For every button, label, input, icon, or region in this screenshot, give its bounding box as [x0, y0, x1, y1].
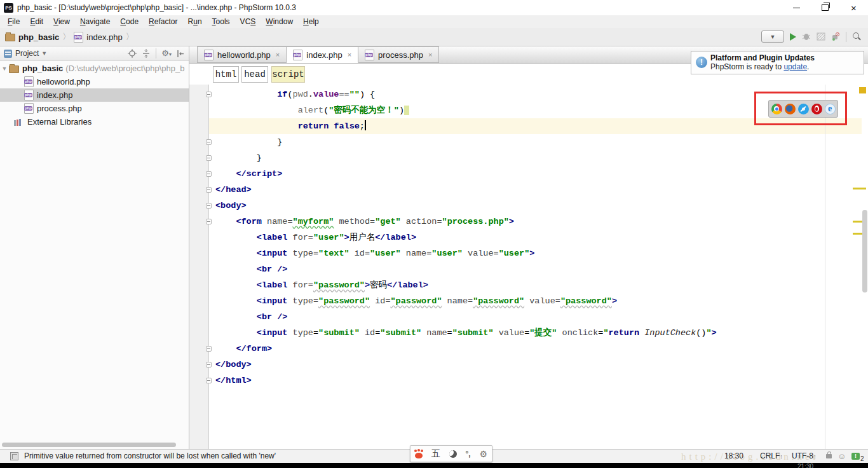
menu-refactor[interactable]: Refactor [144, 17, 182, 26]
php-file-icon: php [293, 50, 302, 60]
update-notification: ! Platform and Plugin Updates PhpStorm i… [691, 51, 864, 74]
run-configuration-selector[interactable]: ▼ [761, 31, 784, 43]
event-count: 2 [860, 455, 864, 462]
chevron-right-icon: 〉 [62, 31, 71, 43]
crumb-html[interactable]: html [213, 66, 239, 83]
minimize-button[interactable] [782, 0, 811, 15]
tree-item-label: helloworld.php [37, 77, 90, 86]
settings-gear-icon[interactable]: ⚙▾ [161, 49, 172, 58]
tab-index-php[interactable]: phpindex.php× [287, 46, 358, 63]
toolwindow-toggle-icon[interactable] [10, 452, 18, 460]
fold-marker-icon[interactable] [206, 203, 212, 209]
libraries-icon [14, 118, 21, 126]
code-line: </script> [189, 166, 282, 182]
menu-file[interactable]: File [3, 17, 25, 26]
firefox-browser-icon[interactable] [785, 104, 796, 114]
code-line: <label for="password">密码</label> [189, 277, 428, 293]
project-panel-header: Project ▼ ⚙▾ [0, 46, 189, 61]
breadcrumb-file[interactable]: index.php [86, 32, 122, 42]
caret-position-widget[interactable]: 18:30 [724, 451, 743, 460]
fold-marker-icon[interactable] [206, 378, 212, 383]
navigation-bar: php_basic 〉 php index.php 〉 ▼ [0, 28, 868, 46]
editor[interactable]: if(pwd.value=="") { alert("密码不能为空！") ret… [189, 85, 868, 449]
tab-close-icon[interactable]: × [348, 51, 351, 59]
error-stripe-mark[interactable] [859, 87, 866, 93]
lock-icon[interactable] [826, 454, 832, 458]
code-line: <input type="submit" id="submit" name="s… [189, 325, 717, 341]
ie-browser-icon[interactable]: e [825, 104, 836, 114]
chrome-browser-icon[interactable] [771, 104, 782, 114]
tab-label: helloworld.php [217, 50, 271, 60]
debug-icon[interactable] [802, 32, 811, 41]
tree-item-external-libraries[interactable]: External Libraries [0, 115, 189, 128]
crumb-script[interactable]: script [271, 66, 305, 83]
ime-settings-icon[interactable]: ⚙ [480, 449, 488, 459]
crumb-head[interactable]: head [241, 66, 268, 83]
tree-item-index-php[interactable]: phpindex.php [0, 88, 189, 102]
coverage-icon[interactable] [817, 32, 825, 41]
fold-marker-icon[interactable] [206, 219, 212, 224]
code-line: </body> [189, 357, 252, 373]
collapse-all-icon[interactable] [142, 49, 151, 58]
ime-toolbar: 五 °, ⚙ [410, 445, 492, 462]
menu-view[interactable]: View [48, 17, 75, 26]
breadcrumb-project[interactable]: php_basic [18, 32, 59, 42]
tab-process-php[interactable]: phpprocess.php× [358, 46, 439, 63]
locate-file-icon[interactable] [128, 49, 137, 58]
inspection-profile-icon[interactable]: ☺ [837, 451, 846, 461]
hide-panel-icon[interactable] [177, 50, 185, 58]
tab-close-icon[interactable]: × [276, 51, 280, 59]
code-line: </html> [189, 373, 252, 389]
expand-arrow-icon[interactable]: ▼ [0, 65, 9, 72]
right-margin-guide [825, 85, 825, 449]
editor-vertical-scrollbar[interactable] [862, 210, 867, 292]
sogou-logo-icon[interactable] [415, 453, 423, 458]
run-icon[interactable] [790, 33, 796, 41]
chevron-down-icon[interactable]: ▼ [41, 50, 47, 57]
error-stripe-mark[interactable] [853, 188, 866, 189]
tree-item-helloworld-php[interactable]: phphelloworld.php [0, 75, 189, 88]
ime-fullhalf-width-icon[interactable] [449, 450, 457, 458]
search-everywhere-icon[interactable] [852, 32, 862, 41]
menu-help[interactable]: Help [298, 17, 324, 26]
menu-navigate[interactable]: Navigate [75, 17, 115, 26]
opera-browser-icon[interactable] [811, 104, 822, 114]
fold-marker-icon[interactable] [206, 187, 212, 193]
menu-run[interactable]: Run [183, 17, 207, 26]
line-ending-widget[interactable]: CRLF↕ [760, 451, 783, 460]
php-file-icon: php [74, 32, 83, 43]
attach-debugger-icon[interactable] [831, 32, 840, 41]
php-file-icon: php [204, 50, 214, 60]
project-panel-title[interactable]: Project [15, 49, 39, 58]
menu-edit[interactable]: Edit [25, 17, 48, 26]
php-file-icon: php [24, 76, 34, 87]
update-link[interactable]: update [783, 62, 807, 71]
tree-item-process-php[interactable]: phpprocess.php [0, 102, 189, 115]
encoding-widget[interactable]: UTF-8↕ [792, 451, 817, 460]
menu-tools[interactable]: Tools [207, 17, 235, 26]
fold-marker-icon[interactable] [206, 92, 212, 97]
fold-marker-icon[interactable] [206, 155, 212, 161]
menu-vcs[interactable]: VCS [235, 17, 261, 26]
ime-punctuation-icon[interactable]: °, [466, 450, 471, 458]
restore-button[interactable] [811, 0, 839, 15]
fold-marker-icon[interactable] [206, 171, 212, 177]
ime-wubi-mode[interactable]: 五 [431, 448, 440, 460]
tree-item-label: index.php [37, 90, 72, 100]
project-horizontal-scrollbar[interactable] [2, 443, 176, 447]
menu-window[interactable]: Window [261, 17, 298, 26]
code-line: <form name="myform" method="get" action=… [189, 214, 514, 230]
fold-marker-icon[interactable] [206, 362, 212, 368]
fold-marker-icon[interactable] [206, 346, 212, 352]
tree-item-path: (D:\study\web\project\php\php_b [65, 64, 184, 73]
minimize-icon [793, 8, 800, 8]
event-log-icon[interactable]: ! [851, 453, 860, 460]
tab-close-icon[interactable]: × [428, 51, 432, 59]
menu-code[interactable]: Code [115, 17, 144, 26]
notification-message: PhpStorm is ready to update. [710, 62, 860, 71]
tab-helloworld-php[interactable]: phphelloworld.php× [197, 46, 287, 63]
fold-marker-icon[interactable] [206, 139, 212, 145]
safari-browser-icon[interactable] [798, 104, 809, 114]
close-button[interactable]: × [839, 0, 868, 15]
tree-item-php_basic[interactable]: ▼php_basic(D:\study\web\project\php\php_… [0, 62, 189, 75]
